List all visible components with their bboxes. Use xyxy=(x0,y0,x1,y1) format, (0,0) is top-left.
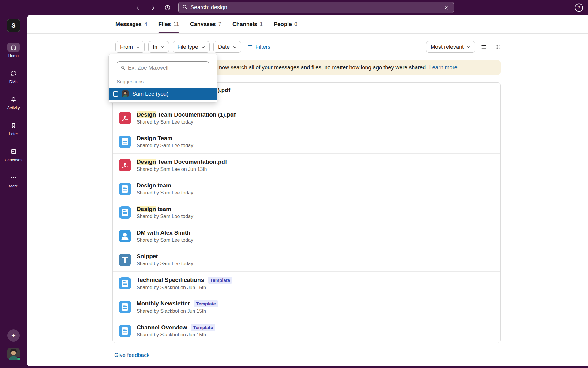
file-shared-info: Shared by Slackbot on Jun 15th xyxy=(137,332,215,338)
canvas-icon xyxy=(119,325,131,337)
file-shared-info: Shared by Slackbot on Jun 15th xyxy=(137,285,232,290)
tab-channels[interactable]: Channels1 xyxy=(232,15,263,33)
sidebar: S Home DMs Activity Later Canvases More … xyxy=(0,15,27,368)
canvas-icon xyxy=(119,301,131,313)
suggestion-item[interactable]: Sam Lee (you) xyxy=(109,88,217,100)
chevron-down-icon xyxy=(160,45,164,49)
help-icon[interactable]: ? xyxy=(575,3,583,12)
file-row[interactable]: DM with Alex Smith Shared by Sam Lee tod… xyxy=(113,224,500,248)
chevron-up-icon xyxy=(136,45,140,49)
suggestion-name: Sam Lee (you) xyxy=(132,91,168,97)
file-shared-info: Shared by Sam Lee today xyxy=(137,190,193,196)
history-icon[interactable] xyxy=(164,4,172,12)
search-term-highlight: Design xyxy=(137,159,156,165)
sidebar-item-more[interactable]: More xyxy=(1,173,26,188)
file-shared-info: Shared by Sam Lee today xyxy=(137,261,193,266)
chevron-down-icon xyxy=(467,45,471,49)
avatar xyxy=(122,90,129,97)
list-view-icon[interactable] xyxy=(481,44,487,50)
search-icon xyxy=(182,4,187,11)
canvases-icon xyxy=(7,147,20,156)
sidebar-item-dms[interactable]: DMs xyxy=(1,69,26,84)
file-title: Design Team xyxy=(137,135,172,142)
top-bar: Search: design ? xyxy=(0,0,588,15)
file-row[interactable]: Snippet Shared by Sam Lee today xyxy=(113,248,500,272)
filter-date-dropdown[interactable]: Date xyxy=(213,41,241,53)
filter-bar: FromInFile typeDate Filters Most relevan… xyxy=(115,41,501,53)
search-query: Search: design xyxy=(190,4,227,11)
search-tabs: Messages4Files11Canvases7Channels1People… xyxy=(27,15,588,34)
search-bar[interactable]: Search: design xyxy=(178,2,454,13)
filter-funnel-icon xyxy=(247,44,253,50)
snippet-icon xyxy=(119,254,131,266)
pdf-icon xyxy=(119,159,131,171)
file-title: Snippet xyxy=(137,253,158,260)
person-search-input[interactable] xyxy=(128,65,205,71)
file-row[interactable]: Monthly NewsletterTemplate Shared by Sla… xyxy=(113,295,500,319)
file-row[interactable]: Design Team Shared by Sam Lee today xyxy=(113,130,500,154)
file-row[interactable]: Channel OverviewTemplate Shared by Slack… xyxy=(113,319,500,343)
dm-canvas-icon xyxy=(119,230,131,242)
learn-more-link[interactable]: Learn more xyxy=(429,64,457,71)
file-row[interactable]: Technical SpecificationsTemplate Shared … xyxy=(113,272,500,295)
sidebar-item-activity[interactable]: Activity xyxy=(1,95,26,110)
template-badge: Template xyxy=(194,300,218,307)
template-badge: Template xyxy=(208,277,232,284)
sort-dropdown[interactable]: Most relevant xyxy=(426,41,475,53)
filters-button[interactable]: Filters xyxy=(247,44,270,50)
file-shared-info: Shared by Sam Lee on Jun 13th xyxy=(137,167,227,172)
file-row[interactable]: Design Team Documentation (1).pdf Shared… xyxy=(113,106,500,130)
template-badge: Template xyxy=(191,324,216,331)
grid-view-icon[interactable] xyxy=(495,44,501,50)
activity-icon xyxy=(7,95,20,104)
tab-messages[interactable]: Messages4 xyxy=(115,15,147,33)
clear-icon[interactable] xyxy=(443,4,450,11)
file-row[interactable]: Design team Shared by Sam Lee today xyxy=(113,177,500,201)
file-title: Design team xyxy=(137,206,171,213)
tab-files[interactable]: Files11 xyxy=(158,15,179,33)
file-title: DM with Alex Smith xyxy=(137,229,190,236)
pdf-icon xyxy=(119,112,131,124)
back-arrow-icon[interactable] xyxy=(134,4,142,12)
file-shared-info: Shared by Sam Lee today xyxy=(137,237,193,243)
sidebar-item-later[interactable]: Later xyxy=(1,121,26,136)
chevron-down-icon xyxy=(233,45,237,49)
file-title: ).pdf xyxy=(218,87,230,94)
sidebar-item-home[interactable]: Home xyxy=(1,43,26,58)
canvas-icon xyxy=(119,136,131,148)
file-title: Design Team Documentation (1).pdf xyxy=(137,111,236,118)
sidebar-item-canvases[interactable]: Canvases xyxy=(1,147,26,162)
file-title: Technical Specifications xyxy=(137,277,204,283)
file-title: Monthly Newsletter xyxy=(137,300,190,307)
user-avatar[interactable] xyxy=(7,348,20,360)
later-icon xyxy=(7,121,20,130)
search-icon xyxy=(121,65,125,70)
divider xyxy=(491,43,491,51)
person-search-field[interactable] xyxy=(117,61,209,74)
create-new-button[interactable]: + xyxy=(7,329,20,342)
file-title: Design team xyxy=(137,182,171,189)
from-filter-dropdown: Suggestions Sam Lee (you) xyxy=(108,54,217,103)
workspace-switcher[interactable]: S xyxy=(7,19,20,32)
presence-indicator xyxy=(17,357,21,361)
sidebar-nav: Home DMs Activity Later Canvases More xyxy=(1,43,26,188)
file-row[interactable]: Design Team Documentation.pdf Shared by … xyxy=(113,154,500,177)
filter-in-dropdown[interactable]: In xyxy=(148,41,169,53)
filter-from-dropdown[interactable]: From xyxy=(115,41,145,53)
file-results-list: ).pdf Design Team Documentation (1).pdf … xyxy=(112,82,501,343)
file-row[interactable]: Design team Shared by Sam Lee today xyxy=(113,201,500,224)
more-icon xyxy=(7,173,20,182)
tab-people[interactable]: People0 xyxy=(274,15,297,33)
give-feedback-link[interactable]: Give feedback xyxy=(114,352,149,358)
file-title: Channel Overview xyxy=(137,324,187,331)
suggestions-heading: Suggestions xyxy=(117,79,209,85)
file-shared-info: Shared by Sam Lee today xyxy=(137,214,193,219)
checkbox[interactable] xyxy=(113,91,118,97)
forward-arrow-icon[interactable] xyxy=(149,4,157,12)
dms-icon xyxy=(7,69,20,78)
file-shared-info: Shared by Sam Lee today xyxy=(137,143,193,148)
tab-canvases[interactable]: Canvases7 xyxy=(190,15,221,33)
file-title: Design Team Documentation.pdf xyxy=(137,159,227,165)
filter-file-type-dropdown[interactable]: File type xyxy=(173,41,210,53)
canvas-icon xyxy=(119,277,131,289)
